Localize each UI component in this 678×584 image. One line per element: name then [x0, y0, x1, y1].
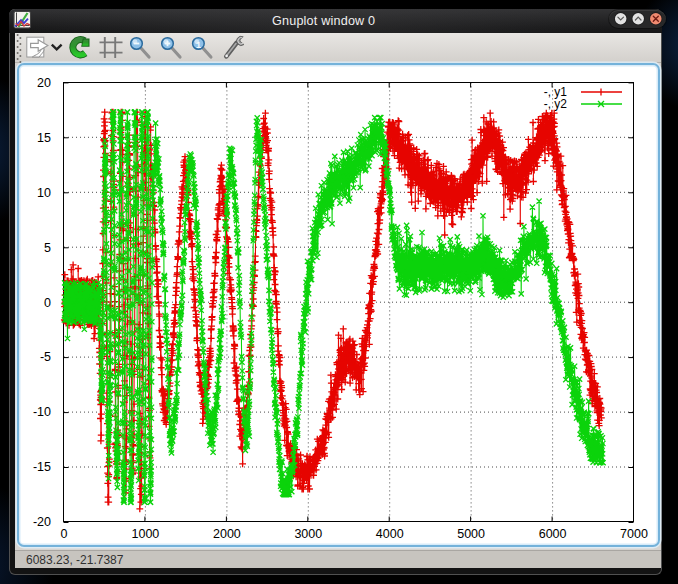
- svg-text:1: 1: [196, 40, 201, 50]
